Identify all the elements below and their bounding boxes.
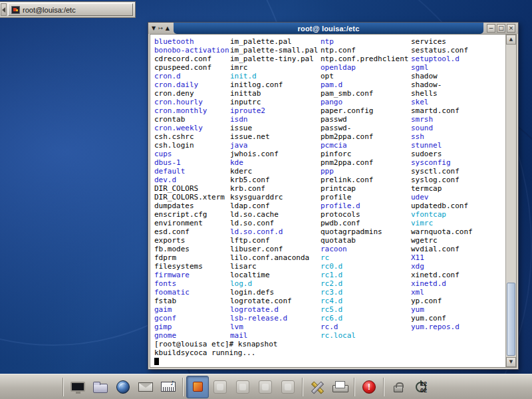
window-titlebar[interactable]: ▼ ↦ ▲ root@ louisa:/etc − □ ×: [148, 23, 518, 34]
file-entry: sound: [411, 124, 505, 132]
window-controls: − □ ×: [484, 23, 518, 34]
panel-hide-arrow[interactable]: [1, 3, 7, 16]
clock-applet[interactable]: 12 02: [414, 380, 434, 394]
terminal-cursor: [154, 358, 159, 365]
file-entry: printcap: [321, 184, 411, 193]
file-entry: kde: [230, 158, 321, 167]
close-button[interactable]: ×: [507, 24, 515, 33]
file-entry: rc0.d: [321, 262, 411, 271]
file-entry: quotagrpadmins: [321, 227, 411, 236]
file-entry: rc3.d: [321, 288, 411, 297]
terminal-content[interactable]: bluetoothbonobo-activationcdrecord.confc…: [150, 35, 505, 367]
file-entry: ntp.conf.predhclient: [321, 55, 411, 63]
file-entry: kderc: [230, 167, 321, 176]
file-entry: rc.d: [321, 323, 411, 331]
active-app-icon[interactable]: [186, 376, 209, 398]
minimize-button[interactable]: −: [487, 24, 495, 33]
panel-separator: [63, 378, 64, 396]
scroll-up-arrow-icon[interactable]: ▲: [506, 35, 516, 45]
file-entry: cups: [154, 150, 230, 158]
file-entry: default: [154, 167, 230, 176]
file-entry: quotatab: [321, 236, 411, 245]
file-entry: rc4.d: [321, 297, 411, 305]
file-entry: cron.hourly: [154, 98, 230, 106]
printer-icon: [332, 381, 347, 392]
file-entry: localtime: [230, 271, 321, 279]
mail-icon[interactable]: [134, 376, 157, 398]
file-entry: bluetooth: [154, 37, 230, 46]
active-app-icon: [193, 382, 203, 392]
file-entry: shells: [411, 89, 505, 98]
app-launcher-icon-2: [236, 380, 249, 394]
file-entry: cron.d: [154, 72, 230, 80]
file-entry: cdrecord.conf: [154, 55, 230, 63]
file-entry: exports: [154, 236, 230, 245]
file-entry: jwhois.conf: [230, 150, 321, 158]
file-entry: yp.conf: [411, 297, 505, 305]
window-title: root@ louisa:/etc: [174, 23, 483, 34]
file-entry: pango: [321, 98, 411, 106]
file-entry: paper.config: [321, 106, 411, 115]
file-entry: dev.d: [154, 176, 230, 184]
file-entry: yum.conf: [411, 314, 505, 323]
file-entry: shadow-: [411, 80, 505, 89]
file-entry: ppp: [321, 167, 411, 176]
file-entry: issue.net: [230, 132, 321, 141]
titlebar-icon-up[interactable]: ▲: [166, 25, 170, 31]
file-entry: pam.d: [321, 80, 411, 89]
lock-session-icon[interactable]: [387, 376, 410, 398]
file-entry: fdprm: [154, 253, 230, 262]
maximize-button[interactable]: □: [497, 24, 505, 33]
titlebar-icon-tab[interactable]: ↦: [158, 25, 163, 31]
taskbar-window-button[interactable]: root@louisa:/etc: [8, 3, 133, 16]
file-entry: vimrc: [411, 219, 505, 227]
update-notifier-icon[interactable]: [358, 376, 380, 398]
file-entry: X11: [411, 253, 505, 262]
app-launcher-icon-3[interactable]: [254, 376, 277, 398]
file-entry: udev: [411, 193, 505, 201]
file-entry: csh.cshrc: [154, 132, 230, 141]
file-entry: pnm2ppa.conf: [321, 158, 411, 167]
file-entry: csh.login: [154, 141, 230, 150]
app-launcher-icon-1[interactable]: [209, 376, 231, 398]
file-entry: imrc: [230, 63, 321, 72]
file-entry: sysconfig: [411, 158, 505, 167]
scroll-down-arrow-icon[interactable]: ▼: [506, 357, 516, 367]
utilities-icon: [310, 380, 325, 394]
listing-column-1: bluetoothbonobo-activationcdrecord.confc…: [154, 37, 230, 340]
show-desktop-icon[interactable]: [66, 376, 89, 398]
scrollbar-thumb[interactable]: [507, 283, 515, 356]
file-entry: syslog.conf: [411, 176, 505, 184]
file-entry: skel: [411, 98, 505, 106]
file-entry: foomatic: [154, 288, 230, 297]
media-player-icon: [161, 382, 176, 392]
web-browser-icon: [116, 380, 130, 394]
file-entry: opt: [321, 72, 411, 80]
file-entry: esd.conf: [154, 227, 230, 236]
cursor-line: [154, 357, 505, 366]
terminal-scrollbar[interactable]: ▲ ▼: [505, 35, 516, 367]
web-browser-icon[interactable]: [112, 376, 134, 398]
show-desktop-icon: [70, 382, 85, 392]
file-entry: lisarc: [230, 262, 321, 271]
printer-icon[interactable]: [329, 376, 351, 398]
panel-separator: [354, 378, 355, 396]
file-entry: services: [411, 37, 505, 46]
app-launcher-icon-2[interactable]: [231, 376, 254, 398]
titlebar-icon-down[interactable]: ▼: [152, 25, 156, 31]
file-entry: sgml: [411, 63, 505, 72]
utilities-icon[interactable]: [306, 376, 329, 398]
file-entry: environment: [154, 219, 230, 227]
file-entry: init.d: [230, 72, 321, 80]
file-entry: ldap.conf: [230, 201, 321, 210]
media-player-icon[interactable]: [157, 376, 180, 398]
app-launcher-icon-4: [281, 380, 295, 394]
file-entry: initlog.conf: [230, 80, 321, 89]
home-folder-icon[interactable]: [89, 376, 112, 398]
file-entry: krb5.conf: [230, 176, 321, 184]
app-launcher-icon-4[interactable]: [277, 376, 299, 398]
kicker-panel: 12 02: [0, 374, 532, 399]
file-entry: fstab: [154, 297, 230, 305]
file-entry: lsb-release.d: [230, 314, 321, 323]
file-entry: shadow: [411, 72, 505, 80]
